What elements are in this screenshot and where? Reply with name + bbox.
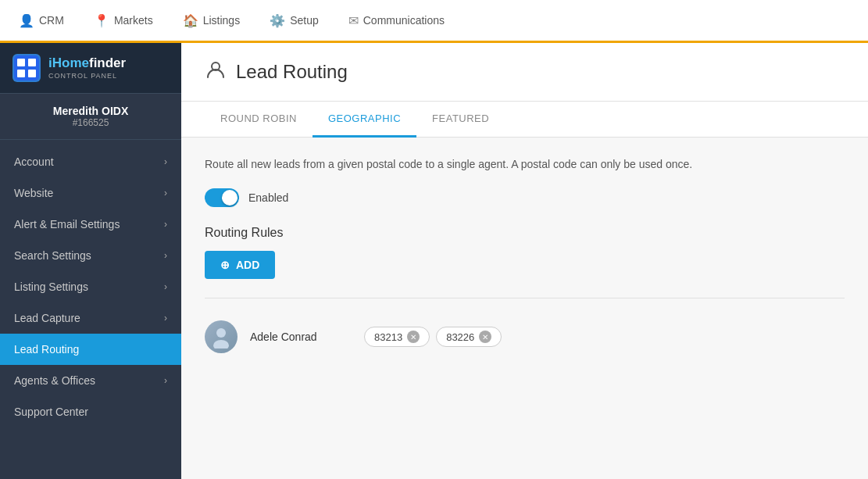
- top-nav: 👤 CRM 📍 Markets 🏠 Listings ⚙️ Setup ✉ Co…: [0, 0, 868, 43]
- svg-rect-4: [28, 70, 36, 77]
- routing-rules-title: Routing Rules: [205, 226, 845, 240]
- chevron-icon-website: ›: [164, 188, 167, 198]
- avatar: [205, 320, 238, 353]
- nav-markets[interactable]: 📍 Markets: [91, 13, 156, 28]
- postal-tag-close-0[interactable]: ✕: [407, 331, 420, 343]
- svg-rect-2: [28, 59, 36, 66]
- sidebar-item-label-search: Search Settings: [14, 249, 91, 262]
- svg-point-7: [213, 340, 229, 349]
- content-body: Route all new leads from a given postal …: [181, 138, 868, 381]
- add-routing-rule-button[interactable]: ⊕ ADD: [205, 251, 275, 279]
- agent-row: Adele Conrad 83213 ✕ 83226 ✕: [205, 311, 845, 363]
- chevron-icon-capture: ›: [164, 313, 167, 324]
- sidebar-item-account[interactable]: Account ›: [0, 146, 181, 177]
- sidebar-item-label-account: Account: [14, 155, 54, 168]
- toggle-row: Enabled: [205, 188, 845, 207]
- sidebar-item-support[interactable]: Support Center: [0, 396, 181, 427]
- add-button-label: ADD: [236, 259, 259, 271]
- nav-listings[interactable]: 🏠 Listings: [180, 13, 243, 28]
- postal-code-1: 83226: [446, 331, 474, 343]
- brand-text: iHomefinder CONTROL PANEL: [48, 55, 126, 80]
- sidebar-item-alert-email[interactable]: Alert & Email Settings ›: [0, 209, 181, 240]
- toggle-knob: [222, 190, 238, 206]
- tab-geographic[interactable]: GEOGRAPHIC: [313, 102, 416, 138]
- agent-name: Adele Conrad: [250, 331, 352, 343]
- postal-tags: 83213 ✕ 83226 ✕: [364, 327, 502, 347]
- sidebar-nav: Account › Website › Alert & Email Settin…: [0, 140, 181, 479]
- sidebar-item-lead-capture[interactable]: Lead Capture ›: [0, 302, 181, 334]
- tab-round-robin[interactable]: ROUND ROBIN: [205, 102, 313, 138]
- chevron-icon-agents: ›: [164, 375, 167, 386]
- sidebar-item-label-alert: Alert & Email Settings: [14, 218, 120, 231]
- sidebar-item-label-listing: Listing Settings: [14, 281, 88, 293]
- sidebar-item-label-website: Website: [14, 187, 53, 199]
- brand-subtitle: CONTROL PANEL: [48, 72, 126, 80]
- sidebar-item-label-capture: Lead Capture: [14, 312, 80, 324]
- nav-crm[interactable]: 👤 CRM: [16, 13, 67, 28]
- svg-rect-3: [17, 70, 25, 77]
- postal-tag-1: 83226 ✕: [436, 327, 502, 347]
- toggle-label: Enabled: [248, 191, 288, 204]
- svg-point-6: [216, 328, 226, 338]
- user-name: Meredith OIDX: [13, 105, 169, 117]
- chevron-icon-account: ›: [164, 156, 167, 167]
- sidebar-item-label-support: Support Center: [14, 406, 88, 418]
- sidebar-item-lead-routing[interactable]: Lead Routing: [0, 334, 181, 365]
- setup-icon: ⚙️: [270, 13, 285, 28]
- sidebar-item-label-agents: Agents & Offices: [14, 374, 95, 387]
- chevron-icon-search: ›: [164, 250, 167, 261]
- avatar-image: [205, 320, 238, 353]
- communications-icon: ✉: [348, 13, 359, 28]
- enabled-toggle[interactable]: [205, 188, 239, 207]
- description-text: Route all new leads from a given postal …: [205, 156, 845, 173]
- main-layout: iHomefinder CONTROL PANEL Meredith OIDX …: [0, 43, 868, 479]
- brand-logo: [13, 54, 41, 82]
- brand-name: iHomefinder: [48, 55, 126, 71]
- nav-communications[interactable]: ✉ Communications: [345, 13, 448, 28]
- sidebar-item-website[interactable]: Website ›: [0, 177, 181, 209]
- postal-tag-0: 83213 ✕: [364, 327, 430, 347]
- markets-icon: 📍: [94, 13, 109, 28]
- nav-setup[interactable]: ⚙️ Setup: [266, 13, 322, 28]
- tab-featured[interactable]: FEATURED: [416, 102, 505, 138]
- crm-icon: 👤: [19, 13, 34, 28]
- content-area: Lead Routing ROUND ROBIN GEOGRAPHIC FEAT…: [181, 43, 868, 479]
- chevron-icon-listing: ›: [164, 281, 167, 292]
- sidebar-user: Meredith OIDX #166525: [0, 94, 181, 140]
- sidebar-item-label-routing: Lead Routing: [14, 343, 79, 356]
- divider: [205, 298, 845, 298]
- sidebar-item-listing-settings[interactable]: Listing Settings ›: [0, 271, 181, 302]
- sidebar: iHomefinder CONTROL PANEL Meredith OIDX …: [0, 43, 181, 479]
- listings-icon: 🏠: [183, 13, 198, 28]
- sidebar-item-agents-offices[interactable]: Agents & Offices ›: [0, 365, 181, 396]
- sidebar-item-search-settings[interactable]: Search Settings ›: [0, 240, 181, 271]
- page-header: Lead Routing: [181, 43, 868, 102]
- tabs-bar: ROUND ROBIN GEOGRAPHIC FEATURED: [181, 102, 868, 138]
- svg-rect-1: [17, 59, 25, 66]
- user-id: #166525: [13, 117, 169, 128]
- page-header-icon: [205, 59, 227, 85]
- add-icon: ⊕: [220, 259, 230, 271]
- sidebar-brand: iHomefinder CONTROL PANEL: [0, 43, 181, 94]
- page-title: Lead Routing: [236, 61, 348, 83]
- postal-tag-close-1[interactable]: ✕: [479, 331, 491, 343]
- postal-code-0: 83213: [374, 331, 402, 343]
- chevron-icon-alert: ›: [164, 219, 167, 230]
